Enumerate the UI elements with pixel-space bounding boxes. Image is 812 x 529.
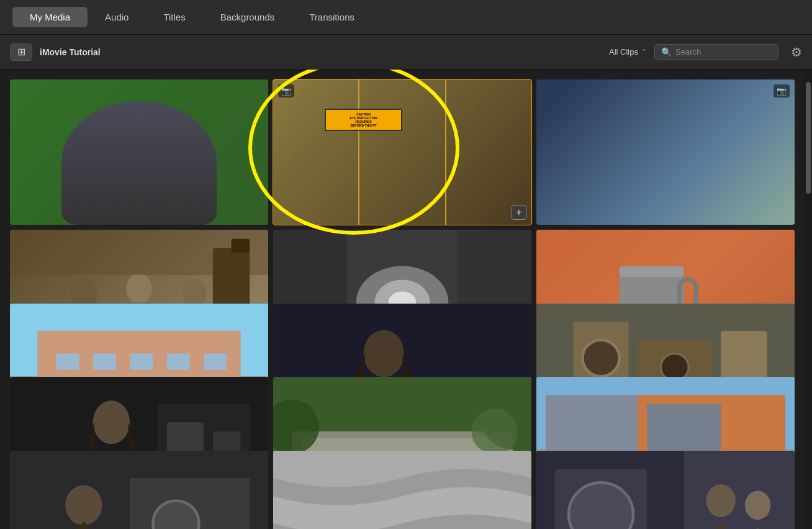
media-grid: CAUTIONEYE PROTECTIONREQUIREDBEYOND THIS… (0, 70, 805, 529)
clip-camera-icon-right: 📷 (774, 84, 790, 97)
clip-industrial-svg (536, 451, 795, 530)
all-clips-label: All Clips (609, 47, 638, 57)
search-input[interactable] (675, 47, 769, 57)
library-title: iMovie Tutorial (40, 47, 602, 57)
clip-industrial-area[interactable]: 📷 (536, 79, 795, 225)
svg-rect-25 (93, 353, 116, 369)
clip-add-button[interactable]: + (512, 205, 526, 220)
clip-fabric-svg (273, 451, 531, 530)
clip-divider-1 (273, 79, 359, 225)
scrollbar-thumb[interactable] (806, 82, 811, 194)
clip-caution-sign[interactable]: CAUTIONEYE PROTECTIONREQUIREDBEYOND THIS… (273, 79, 531, 225)
tab-titles[interactable]: Titles (146, 7, 202, 27)
search-icon: 🔍 (661, 47, 672, 57)
clip-workshop-person[interactable] (10, 451, 268, 530)
sidebar-toggle-icon: ⊞ (17, 46, 25, 58)
clip-2-container: CAUTIONEYE PROTECTIONREQUIREDBEYOND THIS… (273, 79, 531, 225)
svg-rect-19 (620, 266, 684, 278)
sidebar-toggle-button[interactable]: ⊞ (10, 43, 32, 61)
clip-divider-3 (446, 79, 531, 225)
settings-icon[interactable]: ⚙ (791, 45, 802, 60)
search-box: 🔍 (654, 44, 778, 60)
caution-sign: CAUTIONEYE PROTECTIONREQUIREDBEYOND THIS… (325, 109, 402, 131)
svg-rect-27 (167, 353, 190, 369)
svg-point-36 (582, 340, 619, 376)
tab-backgrounds[interactable]: Backgrounds (203, 7, 292, 27)
clip-gray-fabric[interactable] (273, 451, 531, 530)
chevron-down-icon: ⌃ (641, 48, 647, 56)
svg-point-67 (745, 491, 771, 520)
svg-point-61 (65, 485, 102, 525)
media-toolbar: ⊞ iMovie Tutorial All Clips ⌃ 🔍 ⚙ (0, 35, 812, 70)
svg-point-2 (126, 273, 152, 304)
clip-workshop2-svg (10, 451, 268, 530)
all-clips-dropdown[interactable]: All Clips ⌃ (609, 47, 647, 57)
media-area: CAUTIONEYE PROTECTIONREQUIREDBEYOND THIS… (0, 70, 812, 529)
tab-audio[interactable]: Audio (88, 7, 146, 27)
svg-point-66 (706, 484, 736, 517)
tab-my-media[interactable]: My Media (12, 7, 88, 27)
svg-rect-24 (56, 353, 79, 369)
svg-rect-28 (204, 353, 227, 369)
svg-rect-8 (232, 239, 250, 253)
svg-point-50 (471, 409, 517, 454)
clip-divider-2 (359, 79, 446, 225)
clip-green-screen[interactable] (10, 79, 268, 225)
scrollbar[interactable] (805, 70, 812, 529)
svg-point-40 (93, 400, 130, 444)
clip-camera-icon: 📷 (278, 84, 294, 97)
tab-transitions[interactable]: Transitions (292, 7, 372, 27)
svg-rect-26 (130, 353, 153, 369)
clip-industrial-dark[interactable] (536, 451, 795, 530)
svg-point-30 (364, 330, 404, 377)
top-navigation: My Media Audio Titles Backgrounds Transi… (0, 0, 812, 35)
